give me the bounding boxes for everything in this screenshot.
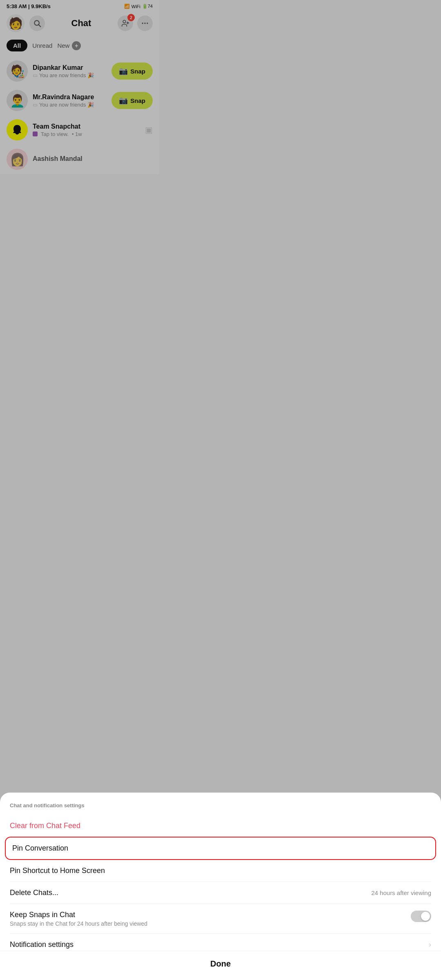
overlay-background[interactable] <box>0 0 159 345</box>
